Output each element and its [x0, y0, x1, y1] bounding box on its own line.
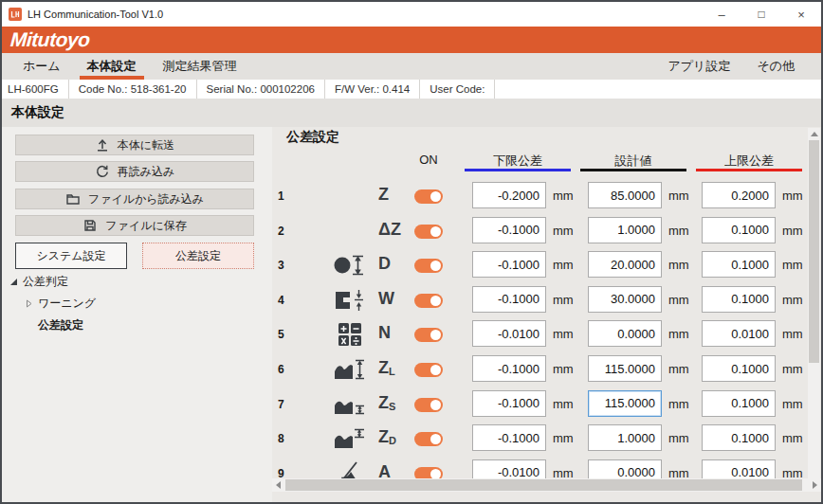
tolerance-row: 3 D mm mm mm [272, 251, 821, 279]
tolerance-row: 6 ZL mm mm mm [272, 355, 821, 384]
lower-tolerance-input[interactable] [472, 390, 546, 417]
close-icon[interactable]: × [781, 2, 821, 27]
tab-app-settings[interactable]: アプリ設定 [654, 53, 743, 80]
on-toggle[interactable] [414, 432, 443, 446]
design-value-input[interactable] [588, 424, 662, 451]
scroll-right-icon[interactable] [809, 478, 821, 492]
on-toggle[interactable] [414, 225, 443, 239]
minimize-icon[interactable]: – [702, 2, 741, 27]
unit-label: mm [782, 293, 803, 307]
vertical-scrollbar[interactable] [808, 128, 820, 487]
valley-height-icon [325, 391, 375, 418]
design-value-input[interactable] [588, 286, 662, 313]
toggle-knob [430, 191, 441, 202]
design-value-input[interactable] [588, 320, 662, 347]
tree-expanded-icon [9, 278, 18, 286]
scroll-up-icon[interactable] [808, 128, 820, 139]
tolerance-row: 2 ΔZ mm mm mm [272, 217, 821, 245]
lower-tolerance-input[interactable] [472, 424, 546, 451]
tree-node-tolerance-setting[interactable]: 公差設定 [38, 317, 83, 333]
lower-tolerance-input[interactable] [472, 251, 546, 278]
no-icon [325, 218, 375, 244]
scroll-left-icon[interactable] [272, 478, 284, 492]
upload-icon [95, 137, 110, 153]
tab-device-settings[interactable]: 本体設定 [74, 53, 150, 80]
row-number: 3 [278, 259, 284, 272]
lower-tolerance-input[interactable] [472, 320, 546, 347]
upper-tolerance-input[interactable] [702, 251, 776, 278]
tree-collapsed-icon [25, 299, 33, 308]
tolerance-row: 8 ZD mm mm mm [272, 424, 821, 453]
on-toggle[interactable] [414, 363, 443, 377]
toggle-knob [430, 400, 441, 410]
on-toggle[interactable] [414, 189, 443, 204]
upper-tolerance-input[interactable] [702, 217, 776, 243]
mode-button-label: 公差設定 [175, 248, 221, 264]
upper-tolerance-input[interactable] [702, 182, 776, 208]
row-number: 5 [278, 328, 284, 341]
peak-diff-icon [325, 425, 375, 452]
upper-tolerance-input[interactable] [702, 390, 776, 417]
design-value-input[interactable] [588, 355, 662, 382]
lower-tolerance-input[interactable] [472, 217, 546, 243]
reload-button[interactable]: 再読み込み [15, 161, 254, 182]
toggle-knob [430, 296, 441, 306]
row-number: 8 [278, 432, 284, 445]
unit-label: mm [668, 431, 689, 445]
unit-label: mm [782, 397, 803, 411]
unit-label: mm [553, 258, 574, 272]
mode-button-label: システム設定 [36, 248, 105, 264]
unit-label: mm [553, 431, 574, 445]
page-title: 本体設定 [11, 104, 64, 121]
tab-home[interactable]: ホーム [9, 53, 74, 80]
upper-tolerance-input[interactable] [702, 320, 776, 347]
refresh-icon [95, 164, 110, 179]
unit-label: mm [668, 397, 689, 411]
tolerance-rows: 1 Z mm mm mm 2 ΔZ mm mm mm 3 D mm mm mm … [272, 127, 821, 502]
tree-node-tolerance-judgement[interactable]: 公差判定 [9, 274, 68, 290]
device-user-code: User Code: [420, 80, 495, 99]
tree-node-warning[interactable]: ワーニング [25, 296, 96, 312]
circle-diameter-icon [325, 252, 375, 279]
save-icon [82, 218, 98, 233]
on-toggle[interactable] [414, 294, 443, 308]
brand-bar: Mitutoyo [2, 27, 821, 53]
vertical-scroll-thumb[interactable] [809, 140, 819, 363]
tolerance-row: 1 Z mm mm mm [272, 182, 821, 210]
upper-tolerance-input[interactable] [702, 286, 776, 313]
folder-icon [65, 191, 81, 207]
horizontal-scroll-thumb[interactable] [285, 479, 802, 491]
upper-tolerance-input[interactable] [702, 424, 776, 451]
design-value-input[interactable] [588, 390, 662, 417]
toggle-knob [430, 226, 441, 237]
upper-tolerance-input[interactable] [702, 355, 776, 382]
row-number: 6 [278, 363, 284, 376]
save-to-file-button[interactable]: ファイルに保存 [15, 215, 254, 236]
device-code-no: Code No.: 518-361-20 [69, 80, 197, 99]
load-from-file-button[interactable]: ファイルから読み込み [15, 189, 254, 209]
page-title-strip: 本体設定 [2, 99, 821, 127]
on-toggle[interactable] [414, 259, 443, 273]
tolerance-settings-button[interactable]: 公差設定 [142, 243, 254, 269]
lower-tolerance-input[interactable] [472, 286, 546, 313]
on-toggle[interactable] [414, 328, 443, 342]
tab-others[interactable]: その他 [743, 53, 808, 80]
design-value-input[interactable] [588, 251, 662, 278]
horizontal-scrollbar[interactable] [272, 478, 821, 492]
tab-measurement-results[interactable]: 測定結果管理 [150, 53, 250, 80]
unit-label: mm [668, 258, 689, 272]
lower-tolerance-input[interactable] [472, 355, 546, 382]
transfer-to-device-button[interactable]: 本体に転送 [15, 135, 254, 155]
content-body: 本体に転送 再読み込み ファイルから読み込み ファイルに保存 システム設定 公差… [2, 127, 821, 502]
maximize-icon[interactable]: □ [741, 2, 781, 27]
window-title: LH Communication-Tool V1.0 [27, 9, 163, 20]
on-toggle[interactable] [414, 398, 443, 412]
design-value-input[interactable] [588, 182, 662, 208]
system-settings-button[interactable]: システム設定 [15, 243, 127, 269]
unit-label: mm [782, 431, 803, 445]
lower-tolerance-input[interactable] [472, 182, 546, 208]
main-nav: ホーム 本体設定 測定結果管理 アプリ設定 その他 [2, 53, 821, 80]
unit-label: mm [668, 224, 689, 238]
design-value-input[interactable] [588, 217, 662, 243]
unit-label: mm [668, 189, 689, 203]
